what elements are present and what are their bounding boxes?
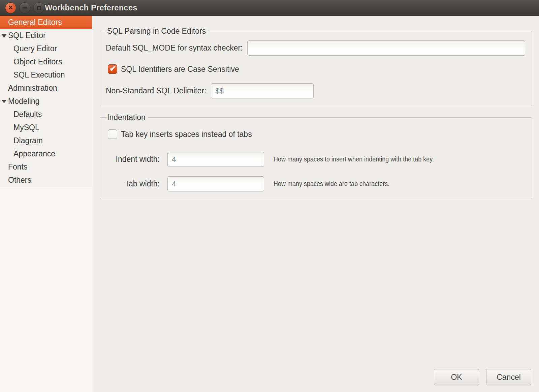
indent-width-input[interactable]: [167, 152, 264, 167]
dialog-body: General EditorsSQL EditorQuery EditorObj…: [0, 16, 539, 392]
main-panel: SQL Parsing in Code Editors Default SQL_…: [92, 16, 539, 392]
sidebar-item-object-editors[interactable]: Object Editors: [0, 55, 92, 68]
delimiter-input[interactable]: [211, 83, 314, 98]
minimize-icon: [23, 7, 27, 8]
maximize-icon: [37, 6, 41, 10]
sidebar-item-label: SQL Execution: [0, 70, 65, 80]
indentation-group: Indentation Tab key inserts spaces inste…: [100, 113, 532, 199]
sidebar-item-label: SQL Editor: [0, 31, 46, 40]
tab-width-input[interactable]: [167, 176, 264, 191]
sidebar-item-query-editor[interactable]: Query Editor: [0, 42, 92, 55]
delimiter-label: Non-Standard SQL Delimiter:: [106, 86, 206, 95]
sql-parsing-group-title: SQL Parsing in Code Editors: [106, 27, 209, 36]
sidebar-item-label: Diagram: [0, 136, 43, 145]
indent-width-row: Indent width: How many spaces to insert …: [106, 152, 525, 167]
indent-width-label: Indent width:: [106, 155, 160, 164]
titlebar[interactable]: ✕ Workbench Preferences: [0, 0, 539, 16]
sidebar-item-label: MySQL: [0, 123, 39, 132]
tab-width-row: Tab width: How many spaces wide are tab …: [106, 176, 525, 191]
indentation-group-title: Indentation: [106, 113, 148, 122]
tab-inserts-label: Tab key inserts spaces instead of tabs: [121, 130, 252, 139]
case-sensitive-checkbox[interactable]: [108, 64, 117, 74]
preferences-window: ✕ Workbench Preferences General EditorsS…: [0, 0, 539, 392]
case-sensitive-label: SQL Identifiers are Case Sensitive: [121, 65, 239, 74]
tab-width-help: How many spaces wide are tab characters.: [274, 180, 389, 188]
sidebar-item-label: Administration: [0, 84, 57, 93]
sidebar-item-administration[interactable]: Administration: [0, 82, 92, 95]
sidebar-item-modeling[interactable]: Modeling: [0, 95, 92, 108]
sidebar-item-general-editors[interactable]: General Editors: [0, 16, 92, 29]
tab-inserts-checkbox[interactable]: [108, 129, 117, 139]
preferences-tree: General EditorsSQL EditorQuery EditorObj…: [0, 16, 92, 187]
sql-parsing-group: SQL Parsing in Code Editors Default SQL_…: [100, 27, 532, 106]
sidebar-item-defaults[interactable]: Defaults: [0, 108, 92, 121]
ok-button[interactable]: OK: [434, 369, 479, 385]
cancel-button[interactable]: Cancel: [486, 369, 531, 385]
case-sensitive-row[interactable]: SQL Identifiers are Case Sensitive: [108, 64, 525, 74]
sql-mode-row: Default SQL_MODE for syntax checker:: [106, 40, 525, 56]
expand-arrow-icon[interactable]: [2, 34, 6, 37]
minimize-button[interactable]: [19, 2, 30, 13]
sidebar-item-label: Fonts: [0, 162, 28, 172]
sidebar-item-label: Object Editors: [0, 57, 62, 66]
sidebar-item-label: Query Editor: [0, 44, 57, 53]
indent-width-help: How many spaces to insert when indenting…: [274, 155, 434, 163]
tab-inserts-row[interactable]: Tab key inserts spaces instead of tabs: [108, 129, 525, 139]
sql-mode-input[interactable]: [247, 40, 526, 56]
dialog-button-bar: OK Cancel: [434, 369, 531, 385]
sidebar-item-label: Appearance: [0, 149, 55, 158]
sidebar-item-appearance[interactable]: Appearance: [0, 147, 92, 160]
window-title: Workbench Preferences: [45, 0, 137, 16]
preferences-sidebar: General EditorsSQL EditorQuery EditorObj…: [0, 16, 92, 392]
tab-width-label: Tab width:: [106, 179, 160, 188]
sidebar-item-diagram[interactable]: Diagram: [0, 134, 92, 147]
sidebar-item-label: General Editors: [0, 18, 62, 27]
sidebar-item-label: Defaults: [0, 110, 42, 119]
sidebar-item-label: Others: [0, 176, 31, 185]
close-icon: ✕: [8, 4, 13, 11]
sidebar-item-sql-execution[interactable]: SQL Execution: [0, 68, 92, 82]
sql-mode-label: Default SQL_MODE for syntax checker:: [106, 43, 243, 53]
close-button[interactable]: ✕: [5, 2, 16, 13]
sidebar-item-others[interactable]: Others: [0, 174, 92, 187]
delimiter-row: Non-Standard SQL Delimiter:: [106, 83, 525, 98]
sidebar-item-fonts[interactable]: Fonts: [0, 160, 92, 174]
sidebar-item-mysql[interactable]: MySQL: [0, 121, 92, 134]
sidebar-item-sql-editor[interactable]: SQL Editor: [0, 29, 92, 42]
maximize-button[interactable]: [33, 2, 44, 13]
expand-arrow-icon[interactable]: [2, 100, 6, 103]
